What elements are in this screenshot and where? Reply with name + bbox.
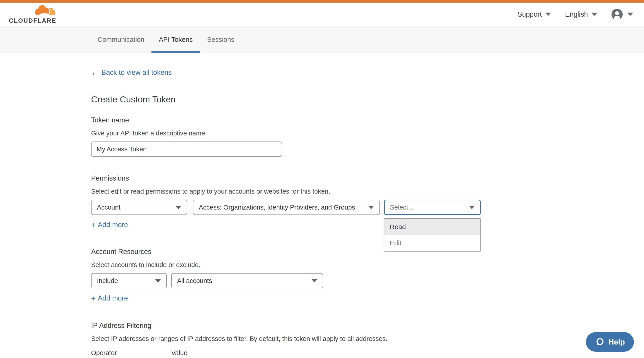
permissions-description: Select edit or read permissions to apply… xyxy=(91,188,644,195)
chevron-down-icon xyxy=(469,206,475,209)
ip-filtering-labels: Operator Value xyxy=(91,349,644,357)
ip-filtering-heading: IP Address Filtering xyxy=(91,322,644,330)
header: CLOUDFLARE Support English xyxy=(0,3,644,26)
value-label: Value xyxy=(171,349,187,357)
token-name-heading: Token name xyxy=(91,116,644,124)
permissions-heading: Permissions xyxy=(91,174,644,182)
back-link[interactable]: ← Back to view all tokens xyxy=(91,69,172,77)
select-value: All accounts xyxy=(177,277,212,284)
add-more-label: Add more xyxy=(98,221,128,229)
tab-communication[interactable]: Communication xyxy=(90,26,152,53)
ip-filtering-description: Select IP addresses or ranges of IP addr… xyxy=(91,335,644,342)
brand-wordmark: CLOUDFLARE xyxy=(9,18,56,24)
chevron-down-icon xyxy=(368,206,374,209)
token-name-input[interactable] xyxy=(91,142,282,157)
cloudflare-cloud-icon xyxy=(33,5,56,17)
arrow-left-icon: ← xyxy=(91,69,99,76)
select-value: Account xyxy=(97,204,120,211)
resource-accounts-select[interactable]: All accounts xyxy=(171,273,323,288)
chevron-down-icon xyxy=(312,279,317,282)
tab-label: Communication xyxy=(98,36,144,43)
help-button[interactable]: Help xyxy=(586,332,634,352)
select-value: Select... xyxy=(390,204,414,211)
language-menu-label: English xyxy=(565,10,588,19)
access-level-menu: Read Edit xyxy=(384,218,481,251)
menu-option-label: Edit xyxy=(390,239,402,247)
account-resources-add-more-link[interactable]: + Add more xyxy=(91,294,128,302)
cloudflare-logo[interactable]: CLOUDFLARE xyxy=(9,5,56,24)
chevron-down-icon xyxy=(545,13,551,16)
token-name-description: Give your API token a descriptive name. xyxy=(91,130,644,137)
user-menu[interactable] xyxy=(611,9,633,20)
chevron-down-icon xyxy=(592,13,597,16)
brand-accent-bar xyxy=(0,0,644,3)
tab-bar: Communication API Tokens Sessions xyxy=(0,26,644,53)
user-avatar-icon xyxy=(611,9,623,20)
resource-mode-select[interactable]: Include xyxy=(91,273,167,288)
permission-scope-select[interactable]: Account xyxy=(91,200,187,215)
permission-resource-select[interactable]: Access: Organizations, Identity Provider… xyxy=(193,200,380,215)
menu-option-read[interactable]: Read xyxy=(384,219,480,235)
permission-access-select[interactable]: Select... xyxy=(384,200,481,215)
header-nav: Support English xyxy=(518,9,633,20)
page-title: Create Custom Token xyxy=(91,95,644,104)
account-resources-heading: Account Resources xyxy=(91,248,644,256)
language-menu[interactable]: English xyxy=(565,10,597,19)
chevron-down-icon xyxy=(628,13,633,16)
plus-icon: + xyxy=(91,221,96,229)
support-menu-label: Support xyxy=(518,10,542,19)
chevron-down-icon xyxy=(155,279,161,282)
tab-sessions[interactable]: Sessions xyxy=(200,26,242,53)
account-resources-select-row: Include All accounts xyxy=(91,273,644,288)
chevron-down-icon xyxy=(176,206,181,209)
operator-label: Operator xyxy=(91,349,171,357)
help-button-label: Help xyxy=(608,337,625,346)
chat-bubble-icon xyxy=(595,337,605,347)
select-value: Include xyxy=(97,277,118,284)
menu-option-edit[interactable]: Edit xyxy=(384,235,480,251)
account-resources-description: Select accounts to include or exclude. xyxy=(91,261,644,269)
add-more-label: Add more xyxy=(98,294,128,302)
support-menu[interactable]: Support xyxy=(518,10,551,19)
permissions-add-more-link[interactable]: + Add more xyxy=(91,221,128,229)
plus-icon: + xyxy=(91,294,96,302)
permission-access-dropdown: Select... Read Edit xyxy=(384,200,481,215)
tab-label: API Tokens xyxy=(159,36,192,43)
permissions-select-row: Account Access: Organizations, Identity … xyxy=(91,200,644,215)
back-link-label: Back to view all tokens xyxy=(102,69,172,77)
main-content: ← Back to view all tokens Create Custom … xyxy=(0,53,644,358)
tab-label: Sessions xyxy=(207,36,234,43)
menu-option-label: Read xyxy=(390,223,406,231)
select-value: Access: Organizations, Identity Provider… xyxy=(199,204,355,211)
tab-api-tokens[interactable]: API Tokens xyxy=(152,26,200,53)
